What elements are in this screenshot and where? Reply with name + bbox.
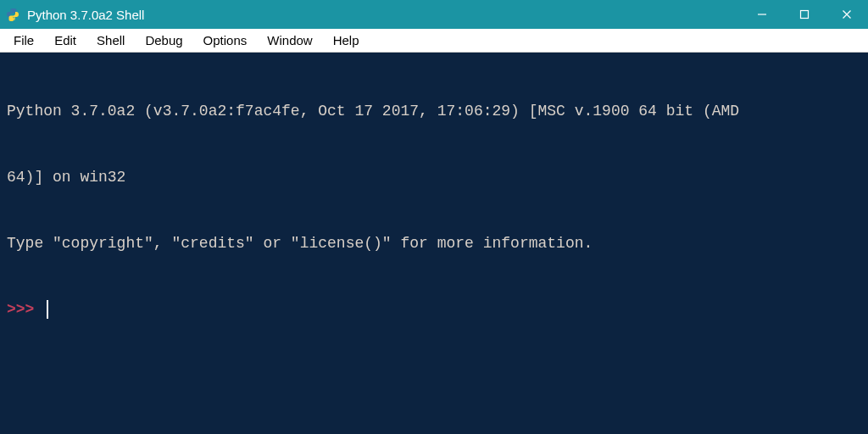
banner-line-3: Type "copyright", "credits" or "license(… (7, 232, 861, 254)
window-controls (741, 0, 868, 29)
maximize-button[interactable] (783, 0, 826, 29)
menu-debug[interactable]: Debug (135, 31, 192, 50)
close-button[interactable] (826, 0, 868, 29)
python-logo-icon (5, 7, 20, 22)
prompt: >>> (7, 298, 43, 320)
menu-edit[interactable]: Edit (44, 31, 86, 50)
menu-shell[interactable]: Shell (86, 31, 135, 50)
menubar: File Edit Shell Debug Options Window Hel… (0, 29, 868, 53)
titlebar: Python 3.7.0a2 Shell (0, 0, 868, 29)
menu-options[interactable]: Options (193, 31, 258, 50)
svg-rect-1 (801, 11, 809, 19)
menu-window[interactable]: Window (257, 31, 322, 50)
window-title: Python 3.7.0a2 Shell (27, 8, 741, 22)
minimize-button[interactable] (741, 0, 783, 29)
banner-line-1: Python 3.7.0a2 (v3.7.0a2:f7ac4fe, Oct 17… (7, 100, 861, 122)
shell-cursor[interactable] (47, 300, 48, 319)
menu-file[interactable]: File (3, 31, 44, 50)
shell-area[interactable]: Python 3.7.0a2 (v3.7.0a2:f7ac4fe, Oct 17… (0, 53, 868, 434)
menu-help[interactable]: Help (323, 31, 370, 50)
prompt-line: >>> (7, 298, 861, 320)
banner-line-2: 64)] on win32 (7, 166, 861, 188)
